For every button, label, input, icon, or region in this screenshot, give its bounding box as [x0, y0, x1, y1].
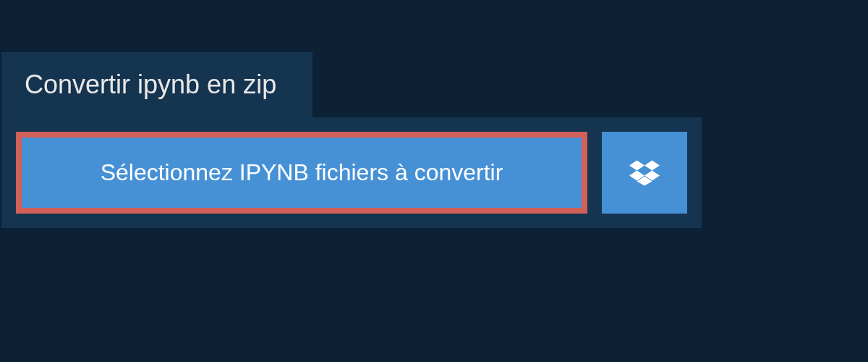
- dropbox-icon: [629, 158, 660, 188]
- tab-title: Convertir ipynb en zip: [1, 52, 312, 117]
- select-files-button[interactable]: Sélectionnez IPYNB fichiers à convertir: [16, 132, 587, 214]
- dropbox-button[interactable]: [602, 132, 687, 214]
- convert-panel: Sélectionnez IPYNB fichiers à convertir: [1, 117, 702, 228]
